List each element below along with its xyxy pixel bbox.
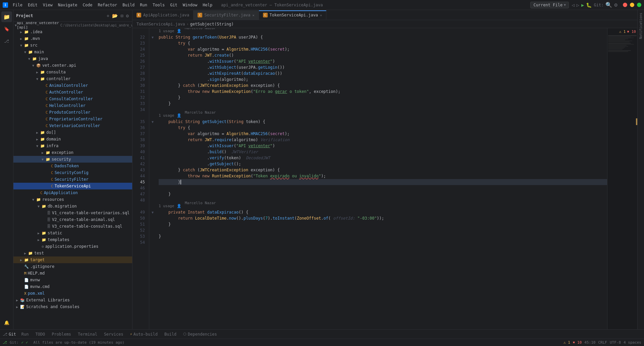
- settings-icon[interactable]: ⚙: [125, 12, 129, 19]
- project-view-btn[interactable]: 📁: [1, 11, 12, 22]
- menu-help[interactable]: Help: [201, 2, 214, 8]
- tab-services[interactable]: Services: [103, 331, 125, 337]
- menu-navigate[interactable]: Navigate: [56, 2, 79, 8]
- forward-icon[interactable]: ▷: [577, 2, 579, 8]
- new-file-icon[interactable]: +: [106, 12, 110, 19]
- run-icon[interactable]: ▶: [581, 2, 584, 8]
- search-icon[interactable]: 🔍: [605, 2, 612, 8]
- tree-vet-ctrl[interactable]: ▶ C VeterinarioController: [13, 122, 132, 129]
- tab-terminal[interactable]: Terminal: [76, 331, 99, 337]
- tree-target[interactable]: ▶ 📁 target: [13, 256, 132, 263]
- debug-icon[interactable]: 🐛: [586, 2, 592, 8]
- bc-token-file[interactable]: TokenServiceApi.java: [137, 22, 185, 26]
- tree-consulta[interactable]: ▶ 📁 consulta: [13, 69, 132, 75]
- tab-auto-build[interactable]: ⚡ Auto-build: [129, 331, 159, 337]
- git-status-icon[interactable]: ⎇ Git: [3, 332, 16, 337]
- close-btn[interactable]: [623, 3, 627, 7]
- tree-infra[interactable]: ▼ 📁 infra: [13, 142, 132, 149]
- menu-file[interactable]: File: [11, 2, 24, 8]
- tree-pom-xml[interactable]: ▶ X pom.xml: [13, 290, 132, 297]
- bookmarks-btn[interactable]: 🔖: [1, 23, 12, 34]
- tree-main[interactable]: ▼ 📁 main: [13, 49, 132, 55]
- collapse-all-icon[interactable]: ⊟: [120, 12, 124, 19]
- tree-mvnw[interactable]: ▶ 📄 mvnw: [13, 277, 132, 283]
- tree-mvn[interactable]: ▶ 📁 .mvn: [13, 35, 132, 42]
- tree-mvnw-cmd[interactable]: ▶ 📄 mvnw.cmd: [13, 283, 132, 290]
- tree-scratches[interactable]: ▶ 📝 Scratches and Consoles: [13, 303, 132, 310]
- notifications-btn[interactable]: 🔔: [1, 317, 12, 328]
- tree-help-md[interactable]: ▶ M HELP.md: [13, 270, 132, 277]
- menu-edit[interactable]: Edit: [26, 2, 40, 8]
- tree-security[interactable]: ▼ 📁 security: [13, 156, 132, 163]
- maximize-btn[interactable]: [637, 3, 641, 7]
- tree-root[interactable]: ▼ api_andre_vetcenter [api] C:\Users\cli…: [13, 22, 132, 28]
- settings-icon[interactable]: ⚙: [614, 2, 618, 8]
- menu-tools[interactable]: Tools: [151, 2, 167, 8]
- git-status-icon[interactable]: ⎇: [3, 340, 7, 345]
- tree-produto-ctrl[interactable]: ▶ C ProdutoController: [13, 109, 132, 116]
- tree-templates[interactable]: ▶ 📁 templates: [13, 236, 132, 243]
- tree-v1-sql[interactable]: ▶ 🗄 V1_create-table-veterinarios.sql: [13, 210, 132, 216]
- tree-test[interactable]: ▶ 📁 test: [13, 250, 132, 256]
- tree-vet-center[interactable]: ▼ 📦 vet.center.api: [13, 62, 132, 69]
- tree-app-props[interactable]: ▶ ⚙ application.properties: [13, 243, 132, 250]
- tree-consulta-ctrl[interactable]: ▶ C ConsultaController: [13, 96, 132, 102]
- menu-refactor[interactable]: Refactor: [96, 2, 119, 8]
- tree-security-filter[interactable]: ▶ C SecurityFilter: [13, 176, 132, 183]
- bc-get-subject[interactable]: getSubject(String): [190, 22, 234, 26]
- menu-view[interactable]: View: [41, 2, 55, 8]
- menu-build[interactable]: Build: [120, 2, 137, 8]
- new-folder-icon[interactable]: 📂: [111, 12, 118, 19]
- git-btn[interactable]: ⎇: [1, 36, 12, 46]
- current-file-dropdown[interactable]: Current File ▼: [530, 2, 569, 8]
- tree-exception[interactable]: ▶ 📁 exception: [13, 149, 132, 156]
- tab-security-filter[interactable]: C SecurityFilter.java ✕: [194, 10, 259, 20]
- tree-gitignore[interactable]: ▶ 🔧 .gitignore: [13, 263, 132, 270]
- indent[interactable]: 4 spaces: [624, 340, 641, 345]
- tree-animal-ctrl[interactable]: ▶ C AnimalController: [13, 82, 132, 89]
- tab-build[interactable]: Build: [163, 331, 178, 337]
- tree-dados-token[interactable]: ▶ C DadosToken: [13, 163, 132, 169]
- tree-security-config[interactable]: ▶ C SecurityConfig: [13, 169, 132, 176]
- tab-run[interactable]: Run: [20, 331, 30, 337]
- encoding[interactable]: UTF-8: [610, 340, 621, 345]
- tree-src[interactable]: ▼ 📁 src: [13, 42, 132, 49]
- tree-do[interactable]: ▶ 📁 do[]: [13, 129, 132, 136]
- tree-static[interactable]: ▶ 📁 static: [13, 230, 132, 236]
- menu-run[interactable]: Run: [138, 2, 149, 8]
- tree-hello-ctrl[interactable]: ▶ C HelloController: [13, 102, 132, 109]
- menu-code[interactable]: Code: [81, 2, 95, 8]
- back-icon[interactable]: ◁: [572, 2, 574, 8]
- fold-35-icon[interactable]: ▼: [152, 120, 154, 124]
- tree-idea[interactable]: ▶ 📁 .idea: [13, 28, 132, 35]
- git-tab[interactable]: Git: [9, 332, 16, 337]
- tree-proprietario-ctrl[interactable]: ▶ C ProprietarioController: [13, 116, 132, 122]
- code-content[interactable]: 1 usage 👤 Marcello Nazar public String g…: [156, 28, 607, 329]
- close-tab-security-icon[interactable]: ✕: [253, 13, 255, 17]
- tree-java[interactable]: ▼ 📁 java: [13, 55, 132, 62]
- tab-problems[interactable]: Problems: [50, 331, 72, 337]
- tree-db-migration[interactable]: ▼ 📁 db.migration: [13, 203, 132, 210]
- line-sep[interactable]: CRLF: [598, 340, 607, 345]
- tree-resources[interactable]: ▼ 📁 resources: [13, 196, 132, 203]
- close-tab-token-icon[interactable]: ✕: [320, 13, 322, 17]
- tab-dependencies[interactable]: ⬡ Dependencies: [182, 331, 218, 337]
- menu-git[interactable]: Git: [168, 2, 179, 8]
- tree-v2-sql[interactable]: ▶ 🗄 V2_create-table-animal.sql: [13, 216, 132, 223]
- minimize-btn[interactable]: [630, 3, 634, 7]
- line-col[interactable]: 45:10: [584, 340, 595, 345]
- menu-window[interactable]: Window: [181, 2, 199, 8]
- tree-v3-sql[interactable]: ▶ 🗄 V3_create-table-consultas.sql: [13, 223, 132, 230]
- fold-22-icon[interactable]: ▼: [152, 36, 154, 39]
- git-branch-name[interactable]: Git:: [10, 340, 19, 345]
- tree-token-service[interactable]: ▶ C TokenServiceApi: [13, 183, 132, 189]
- tree-ext-libs[interactable]: ▶ 📚 External Libraries: [13, 297, 132, 303]
- tree-auth-ctrl[interactable]: ▶ C AuthController: [13, 89, 132, 96]
- tree-controller[interactable]: ▼ 📁 controller: [13, 75, 132, 82]
- tree-api-app[interactable]: ▶ C ApiApplication: [13, 189, 132, 196]
- tab-api-application[interactable]: C ApiApplication.java: [132, 10, 194, 20]
- tree-domain[interactable]: ▶ 📁 domain: [13, 136, 132, 142]
- tab-todo[interactable]: TODO: [34, 331, 46, 337]
- tab-token-service[interactable]: C TokenServiceApi.java ✕: [259, 10, 327, 20]
- fold-49-icon[interactable]: ▼: [152, 211, 154, 214]
